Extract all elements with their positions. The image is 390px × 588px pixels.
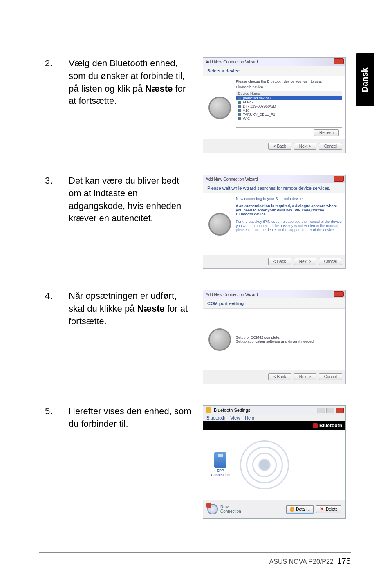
wizard-content: Now connecting to your Bluetooth device.… bbox=[236, 193, 345, 255]
list-item[interactable]: TARUXY_DELL_P1 bbox=[236, 112, 342, 117]
new-connection-button[interactable]: New Connection bbox=[207, 504, 241, 514]
window-title: Bluetooth Settings bbox=[214, 408, 250, 413]
text-before: Herefter vises den enhed, som du forbind… bbox=[69, 406, 191, 429]
wizard-icon bbox=[203, 193, 236, 255]
page-number: 175 bbox=[337, 557, 351, 566]
step-number: 5. bbox=[45, 405, 57, 418]
step-screenshot: Bluetooth Settings Bluetooth View Help B… bbox=[203, 405, 346, 519]
list-item[interactable]: DIR 129-007950/SD bbox=[236, 104, 342, 108]
wizard-title-text: Add New Connection Wizard bbox=[206, 177, 258, 182]
wizard-footer: < Back Next > Cancel bbox=[203, 370, 345, 384]
spp-connection-item[interactable]: SPP Connection bbox=[211, 452, 230, 478]
step-text: Det kan være du bliver bedt om at indtas… bbox=[69, 175, 191, 225]
cancel-button[interactable]: Cancel bbox=[319, 258, 342, 265]
menu-view[interactable]: View bbox=[230, 415, 240, 420]
menu-bluetooth[interactable]: Bluetooth bbox=[206, 415, 225, 420]
device-circle-icon bbox=[208, 328, 231, 351]
step-text: Vælg den Bluetooth enhed, som du ønsker … bbox=[69, 57, 191, 108]
delete-label: Delete bbox=[326, 507, 338, 512]
wizard-authentication: Add New Connection Wizard Please wait wh… bbox=[203, 175, 346, 269]
delete-x-icon: ✕ bbox=[320, 507, 324, 512]
text-before: Det kan være du bliver bedt om at indtas… bbox=[69, 175, 181, 223]
new-connection-icon bbox=[207, 504, 218, 514]
step-screenshot: Add New Connection Wizard Select a devic… bbox=[203, 57, 346, 153]
close-icon[interactable] bbox=[334, 176, 344, 182]
back-button[interactable]: < Back bbox=[268, 373, 291, 380]
back-button[interactable]: < Back bbox=[268, 143, 291, 150]
device-list[interactable]: Device Name (selected device) F8F47 DIR … bbox=[236, 91, 342, 128]
step-text: Herefter vises den enhed, som du forbind… bbox=[69, 405, 191, 431]
next-button[interactable]: Next > bbox=[294, 258, 316, 265]
cancel-button[interactable]: Cancel bbox=[319, 373, 342, 380]
wizard-instruction: Please choose the Bluetooth device you w… bbox=[236, 79, 342, 83]
auth-required-text: If an Authentication is required, a dial… bbox=[236, 204, 342, 216]
device-icon bbox=[238, 97, 241, 100]
wizard-titlebar: Add New Connection Wizard bbox=[203, 290, 345, 298]
wizard-icon bbox=[203, 309, 236, 370]
step-number: 4. bbox=[45, 290, 57, 303]
device-icon bbox=[238, 113, 241, 116]
close-icon[interactable] bbox=[334, 291, 344, 297]
menu-bar: Bluetooth View Help bbox=[203, 415, 345, 421]
refresh-button[interactable]: Refresh bbox=[314, 129, 339, 136]
spp-sublabel: Connection bbox=[211, 473, 230, 477]
wizard-body: Please choose the Bluetooth device you w… bbox=[203, 76, 345, 139]
brand-bar: Bluetooth bbox=[203, 421, 345, 430]
step-2: 2. Vælg den Bluetooth enhed, som du ønsk… bbox=[45, 57, 343, 153]
wizard-com-port: Add New Connection Wizard COM port setti… bbox=[203, 290, 346, 384]
step-number: 2. bbox=[45, 57, 57, 70]
wizard-heading: COM port setting bbox=[203, 298, 345, 309]
serial-port-icon bbox=[214, 452, 226, 468]
connection-canvas: SPP Connection bbox=[203, 430, 345, 500]
device-icon bbox=[238, 117, 241, 120]
device-circle-icon bbox=[208, 97, 231, 119]
menu-help[interactable]: Help bbox=[245, 415, 254, 420]
newcon-label1: New bbox=[220, 505, 241, 509]
minimize-icon[interactable] bbox=[317, 408, 325, 413]
cancel-button[interactable]: Cancel bbox=[319, 143, 342, 150]
signal-waves-icon bbox=[240, 440, 289, 489]
footer-divider bbox=[39, 552, 351, 553]
wizard-titlebar: Add New Connection Wizard bbox=[203, 175, 345, 183]
list-item[interactable]: F8F47 bbox=[236, 100, 342, 104]
next-button[interactable]: Next > bbox=[294, 143, 316, 150]
bluetooth-device-label: Bluetooth device bbox=[236, 85, 342, 89]
step-screenshot: Add New Connection Wizard COM port setti… bbox=[203, 290, 346, 384]
spp-label: SPP bbox=[217, 469, 224, 473]
step-screenshot: Add New Connection Wizard Please wait wh… bbox=[203, 175, 346, 269]
setup-hint-text: Set up application software and driver i… bbox=[236, 339, 342, 343]
wizard-titlebar: Add New Connection Wizard bbox=[203, 58, 345, 66]
step-number: 3. bbox=[45, 175, 57, 187]
close-icon[interactable] bbox=[334, 58, 344, 64]
window-titlebar: Bluetooth Settings bbox=[203, 406, 345, 415]
window-controls bbox=[317, 408, 344, 413]
step-3: 3. Det kan være du bliver bedt om at ind… bbox=[45, 175, 343, 269]
wizard-title-text: Add New Connection Wizard bbox=[206, 60, 258, 64]
page-content: 2. Vælg den Bluetooth enhed, som du ønsk… bbox=[45, 57, 343, 540]
detail-label: Detail... bbox=[296, 507, 310, 512]
device-icon bbox=[238, 101, 241, 104]
close-icon[interactable] bbox=[336, 408, 344, 413]
maximize-icon[interactable] bbox=[326, 408, 334, 413]
step-text: Når opsætningen er udført, skal du klikk… bbox=[69, 290, 191, 328]
wizard-heading: Please wait while wizard searches for re… bbox=[203, 183, 345, 193]
list-item[interactable]: WIC bbox=[236, 117, 342, 121]
passkey-hint-text: For the passkey (PIN code), please see t… bbox=[236, 220, 342, 232]
device-icon bbox=[238, 109, 241, 112]
step-5: 5. Herefter vises den enhed, som du forb… bbox=[45, 405, 343, 519]
detail-button[interactable]: i Detail... bbox=[286, 505, 314, 513]
text-bold: Næste bbox=[145, 83, 173, 94]
page-footer: ASUS NOVA P20/P22 175 bbox=[269, 557, 351, 566]
list-item[interactable]: V18 bbox=[236, 108, 342, 112]
wizard-icon bbox=[203, 76, 236, 139]
wizard-select-device: Add New Connection Wizard Select a devic… bbox=[203, 57, 346, 153]
next-button[interactable]: Next > bbox=[294, 373, 316, 380]
language-label: Dansk bbox=[360, 67, 370, 92]
wizard-content: Setup of COM42 complete. Set up applicat… bbox=[236, 309, 345, 370]
newcon-label2: Connection bbox=[220, 509, 241, 514]
device-circle-icon bbox=[208, 213, 231, 236]
delete-button[interactable]: ✕ Delete bbox=[316, 505, 341, 513]
list-item[interactable]: (selected device) bbox=[236, 96, 342, 100]
back-button[interactable]: < Back bbox=[268, 258, 291, 265]
refresh-row: Refresh bbox=[236, 128, 342, 136]
